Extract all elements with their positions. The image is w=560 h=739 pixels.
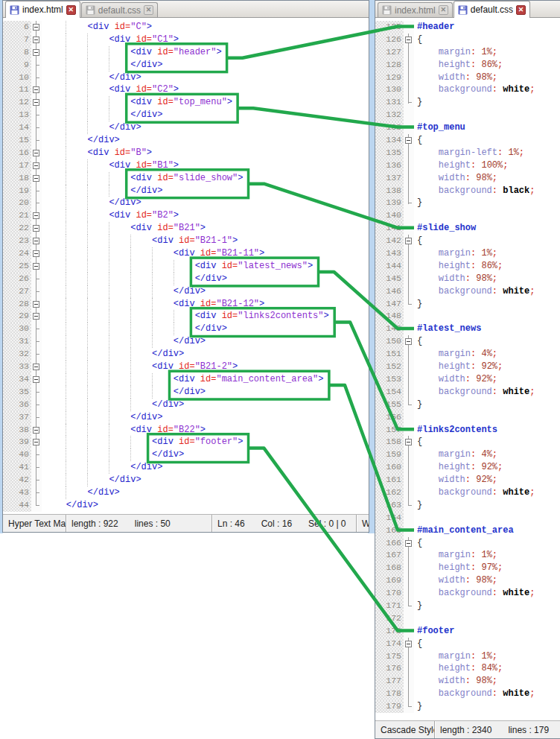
bookmark-margin[interactable] [3, 298, 9, 311]
fold-margin[interactable] [31, 323, 42, 335]
bookmark-margin[interactable] [375, 83, 381, 96]
bookmark-margin[interactable] [3, 335, 9, 348]
fold-margin[interactable] [31, 109, 42, 121]
bookmark-margin[interactable] [3, 499, 9, 512]
bookmark-margin[interactable] [375, 436, 381, 448]
bookmark-margin[interactable] [375, 688, 381, 700]
bookmark-margin[interactable] [375, 499, 381, 512]
bookmark-margin[interactable] [375, 21, 381, 34]
fold-margin[interactable] [404, 524, 414, 537]
bookmark-margin[interactable] [375, 486, 381, 499]
fold-margin[interactable] [31, 46, 42, 59]
bookmark-margin[interactable] [3, 96, 9, 109]
fold-margin[interactable] [404, 662, 414, 675]
fold-margin[interactable] [31, 373, 42, 386]
fold-margin[interactable] [31, 222, 42, 235]
fold-margin[interactable] [404, 361, 414, 373]
fold-margin[interactable] [31, 260, 42, 273]
fold-margin[interactable] [31, 436, 42, 448]
fold-margin[interactable] [31, 348, 42, 361]
fold-margin[interactable] [404, 574, 414, 587]
tab-default-css-left[interactable]: default.css ✕ [81, 2, 158, 17]
fold-margin[interactable] [31, 448, 42, 461]
fold-margin[interactable] [404, 348, 414, 361]
fold-margin[interactable] [404, 109, 414, 121]
bookmark-margin[interactable] [3, 247, 9, 260]
bookmark-margin[interactable] [375, 612, 381, 625]
bookmark-margin[interactable] [375, 235, 381, 247]
bookmark-margin[interactable] [3, 399, 9, 411]
fold-margin[interactable] [31, 461, 42, 474]
bookmark-margin[interactable] [3, 21, 9, 34]
bookmark-margin[interactable] [375, 474, 381, 486]
bookmark-margin[interactable] [375, 323, 381, 335]
css-code-editor[interactable]: 125#header126{127 margin: 1%;128 height:… [375, 19, 560, 720]
bookmark-margin[interactable] [375, 260, 381, 273]
fold-margin[interactable] [31, 34, 42, 46]
bookmark-margin[interactable] [3, 373, 9, 386]
bookmark-margin[interactable] [375, 247, 381, 260]
bookmark-margin[interactable] [3, 197, 9, 209]
bookmark-margin[interactable] [375, 222, 381, 235]
bookmark-margin[interactable] [375, 600, 381, 612]
fold-margin[interactable] [404, 59, 414, 72]
bookmark-margin[interactable] [375, 625, 381, 638]
bookmark-margin[interactable] [3, 222, 9, 235]
fold-margin[interactable] [404, 310, 414, 323]
bookmark-margin[interactable] [375, 46, 381, 59]
fold-margin[interactable] [404, 411, 414, 424]
fold-margin[interactable] [404, 273, 414, 285]
bookmark-margin[interactable] [375, 159, 381, 172]
fold-margin[interactable] [404, 537, 414, 550]
close-tab-icon[interactable]: ✕ [144, 5, 153, 15]
bookmark-margin[interactable] [375, 109, 381, 121]
bookmark-margin[interactable] [3, 361, 9, 373]
bookmark-margin[interactable] [3, 72, 9, 84]
bookmark-margin[interactable] [375, 537, 381, 550]
bookmark-margin[interactable] [3, 436, 9, 448]
bookmark-margin[interactable] [3, 172, 9, 185]
bookmark-margin[interactable] [375, 172, 381, 185]
fold-margin[interactable] [404, 323, 414, 335]
bookmark-margin[interactable] [375, 96, 381, 109]
fold-margin[interactable] [31, 96, 42, 109]
fold-margin[interactable] [404, 335, 414, 348]
fold-margin[interactable] [404, 96, 414, 109]
bookmark-margin[interactable] [3, 134, 9, 147]
fold-margin[interactable] [31, 185, 42, 197]
bookmark-margin[interactable] [375, 700, 381, 713]
bookmark-margin[interactable] [375, 524, 381, 537]
fold-margin[interactable] [31, 59, 42, 72]
fold-margin[interactable] [404, 83, 414, 96]
fold-margin[interactable] [404, 499, 414, 512]
fold-margin[interactable] [31, 474, 42, 486]
fold-margin[interactable] [404, 185, 414, 197]
bookmark-margin[interactable] [375, 361, 381, 373]
fold-margin[interactable] [31, 335, 42, 348]
bookmark-margin[interactable] [375, 424, 381, 437]
fold-margin[interactable] [31, 209, 42, 222]
fold-margin[interactable] [404, 209, 414, 222]
bookmark-margin[interactable] [3, 448, 9, 461]
bookmark-margin[interactable] [375, 209, 381, 222]
bookmark-margin[interactable] [3, 273, 9, 285]
bookmark-margin[interactable] [375, 34, 381, 46]
bookmark-margin[interactable] [3, 83, 9, 96]
close-tab-icon[interactable]: ✕ [516, 5, 526, 15]
fold-margin[interactable] [404, 386, 414, 399]
fold-margin[interactable] [404, 285, 414, 298]
fold-margin[interactable] [31, 159, 42, 172]
fold-margin[interactable] [404, 675, 414, 688]
close-tab-icon[interactable]: ✕ [439, 5, 448, 15]
fold-margin[interactable] [31, 83, 42, 96]
fold-margin[interactable] [404, 700, 414, 713]
fold-margin[interactable] [404, 222, 414, 235]
bookmark-margin[interactable] [375, 310, 381, 323]
fold-margin[interactable] [404, 147, 414, 159]
fold-margin[interactable] [404, 486, 414, 499]
fold-margin[interactable] [404, 159, 414, 172]
bookmark-margin[interactable] [375, 562, 381, 574]
bookmark-margin[interactable] [375, 134, 381, 147]
bookmark-margin[interactable] [375, 197, 381, 209]
bookmark-margin[interactable] [375, 512, 381, 524]
